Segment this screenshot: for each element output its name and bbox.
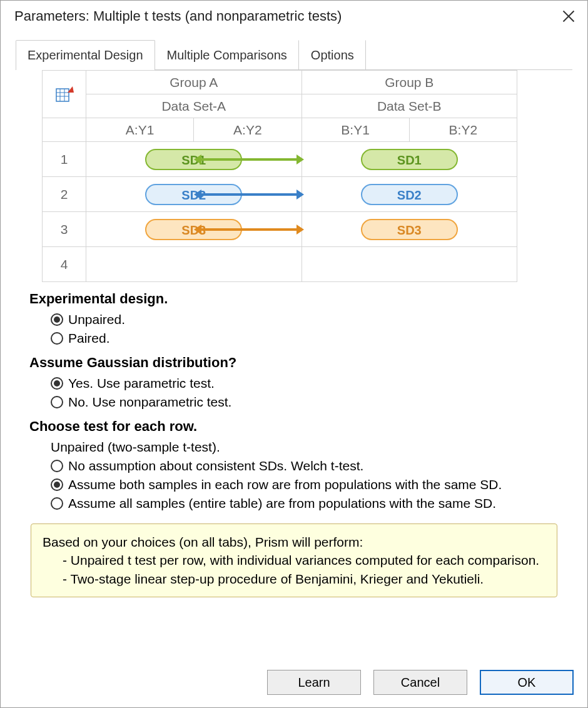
radio-icon — [51, 460, 63, 472]
radio-icon — [51, 313, 63, 326]
radio-icon — [51, 478, 63, 491]
radio-nonparametric[interactable]: No. Use nonparametric test. — [51, 395, 572, 410]
row-header-1: 1 — [43, 142, 86, 177]
radiogroup-gaussian: Yes. Use parametric test. No. Use nonpar… — [51, 376, 572, 410]
section-heading-test: Choose test for each row. — [29, 418, 572, 435]
col-header-group-a: Group A — [86, 71, 302, 94]
radio-label: Unpaired. — [68, 312, 125, 327]
radio-parametric[interactable]: Yes. Use parametric test. — [51, 376, 572, 391]
summary-line: - Unpaired t test per row, with individu… — [63, 551, 545, 569]
sd-pill: SD1 — [361, 149, 458, 170]
tab-experimental-design[interactable]: Experimental Design — [16, 40, 155, 70]
summary-line: - Two-stage linear step-up procedure of … — [63, 570, 545, 588]
cell-sd1-b: SD1 — [302, 142, 517, 177]
button-label: OK — [518, 675, 536, 690]
comparison-arrow-icon — [199, 228, 299, 231]
diagram-table: Group A Group B Data Set-A Data Set-B A:… — [42, 70, 517, 282]
table-icon-cell — [43, 71, 86, 118]
dialog-title: Parameters: Multiple t tests (and nonpar… — [14, 8, 342, 24]
button-label: Cancel — [401, 675, 440, 690]
radio-label: Yes. Use parametric test. — [68, 376, 215, 391]
col-header-ay2: A:Y2 — [194, 118, 302, 142]
radio-icon — [51, 396, 63, 408]
row-header-2: 2 — [43, 177, 86, 212]
col-header-dataset-b: Data Set-B — [302, 94, 517, 118]
radiogroup-test: No assumption about consistent SDs. Welc… — [51, 458, 572, 511]
cell-sd3-b: SD3 — [302, 212, 517, 247]
col-header-by2: B:Y2 — [409, 118, 517, 142]
tab-multiple-comparisons[interactable]: Multiple Comparisons — [155, 40, 299, 70]
radiogroup-design: Unpaired. Paired. — [51, 312, 572, 346]
radio-icon — [51, 497, 63, 510]
ok-button[interactable]: OK — [480, 670, 574, 695]
radio-welch[interactable]: No assumption about consistent SDs. Welc… — [51, 458, 572, 473]
tab-label: Multiple Comparisons — [167, 48, 287, 62]
col-header-group-b: Group B — [302, 71, 517, 94]
design-diagram: Group A Group B Data Set-A Data Set-B A:… — [42, 70, 572, 282]
data-table-icon — [55, 85, 74, 104]
summary-panel: Based on your choices (on all tabs), Pri… — [31, 523, 557, 597]
radio-same-sd-row[interactable]: Assume both samples in each row are from… — [51, 477, 572, 492]
summary-line: Based on your choices (on all tabs), Pri… — [43, 533, 545, 551]
button-bar: Learn Cancel OK — [267, 670, 574, 695]
radio-icon — [51, 332, 63, 345]
comparison-arrow-icon — [199, 158, 299, 161]
cancel-button[interactable]: Cancel — [373, 670, 467, 695]
cell-sd2-b: SD2 — [302, 177, 517, 212]
svg-rect-0 — [56, 89, 69, 101]
empty-cell — [302, 247, 517, 282]
radio-unpaired[interactable]: Unpaired. — [51, 312, 572, 327]
title-bar: Parameters: Multiple t tests (and nonpar… — [1, 1, 587, 33]
col-header-dataset-a: Data Set-A — [86, 94, 302, 118]
row-header-3: 3 — [43, 212, 86, 247]
tab-strip: Experimental Design Multiple Comparisons… — [16, 39, 572, 70]
test-subheading: Unpaired (two-sample t-test). — [51, 440, 572, 455]
empty-cell — [86, 247, 302, 282]
radio-label: Paired. — [68, 331, 110, 346]
radio-label: Assume all samples (entire table) are fr… — [68, 496, 496, 511]
row-header-4: 4 — [43, 247, 86, 282]
tab-label: Experimental Design — [28, 48, 143, 62]
section-heading-design: Experimental design. — [29, 291, 572, 307]
radio-paired[interactable]: Paired. — [51, 331, 572, 346]
radio-icon — [51, 377, 63, 390]
row-header-blank — [43, 118, 86, 142]
tab-options[interactable]: Options — [299, 40, 366, 70]
sd-pill: SD2 — [361, 184, 458, 205]
radio-same-sd-table[interactable]: Assume all samples (entire table) are fr… — [51, 496, 572, 511]
dialog-content: Experimental Design Multiple Comparisons… — [1, 39, 587, 597]
close-icon[interactable] — [561, 9, 576, 24]
radio-label: No. Use nonparametric test. — [68, 395, 231, 410]
learn-button[interactable]: Learn — [267, 670, 361, 695]
radio-label: Assume both samples in each row are from… — [68, 477, 502, 492]
comparison-arrow-icon — [199, 193, 299, 196]
section-heading-gaussian: Assume Gaussian distribution? — [29, 355, 572, 371]
radio-label: No assumption about consistent SDs. Welc… — [68, 458, 363, 473]
sd-pill: SD3 — [361, 219, 458, 240]
tab-label: Options — [311, 48, 354, 62]
button-label: Learn — [298, 675, 330, 690]
dialog-window: Parameters: Multiple t tests (and nonpar… — [0, 0, 588, 708]
col-header-by1: B:Y1 — [302, 118, 409, 142]
col-header-ay1: A:Y1 — [86, 118, 194, 142]
